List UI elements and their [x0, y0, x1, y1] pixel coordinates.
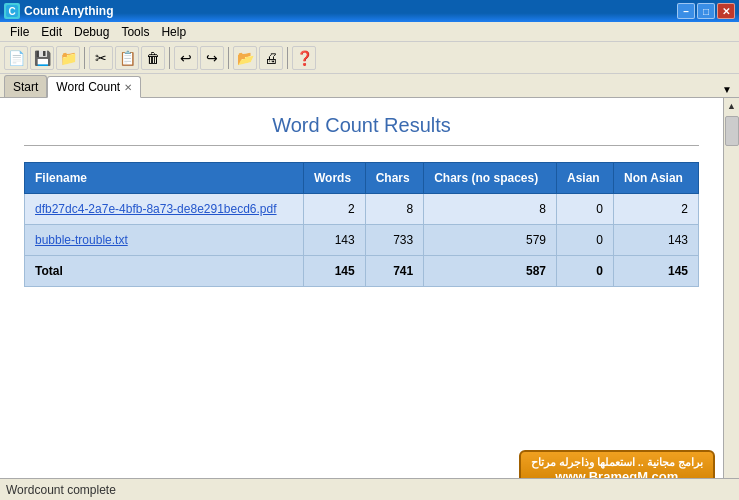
help-button[interactable]: ❓	[292, 46, 316, 70]
maximize-button[interactable]: □	[697, 3, 715, 19]
menu-item-debug[interactable]: Debug	[68, 23, 115, 41]
redo-button[interactable]: ↪	[200, 46, 224, 70]
print-button[interactable]: 🖨	[259, 46, 283, 70]
undo-button[interactable]: ↩	[174, 46, 198, 70]
branding-line1: برامج مجانية .. استعملها وذاجرله مرتاح	[531, 456, 703, 469]
col-words: Words	[303, 163, 365, 194]
table-header-row: Filename Words Chars Chars (no spaces) A…	[25, 163, 699, 194]
cell-non_asian: 2	[614, 194, 699, 225]
page-content: Word Count Results Filename Words Chars …	[0, 98, 723, 303]
tabs-bar: Start Word Count ✕ ▼	[0, 74, 739, 98]
tab-word-count[interactable]: Word Count ✕	[47, 76, 141, 98]
menu-item-file[interactable]: File	[4, 23, 35, 41]
svg-text:C: C	[8, 6, 15, 17]
tab-word-count-label: Word Count	[56, 80, 120, 94]
col-non-asian: Non Asian	[614, 163, 699, 194]
menu-item-tools[interactable]: Tools	[115, 23, 155, 41]
status-bar: Wordcount complete	[0, 478, 739, 500]
minimize-button[interactable]: –	[677, 3, 695, 19]
table-row: dfb27dc4-2a7e-4bfb-8a73-de8e291becd6.pdf…	[25, 194, 699, 225]
file-link[interactable]: bubble-trouble.txt	[35, 233, 128, 247]
cell-asian: 0	[557, 194, 614, 225]
col-asian: Asian	[557, 163, 614, 194]
tab-start[interactable]: Start	[4, 75, 47, 97]
separator-4	[287, 47, 288, 69]
app-title: Count Anything	[24, 4, 673, 18]
close-button[interactable]: ✕	[717, 3, 735, 19]
cut-button[interactable]: ✂	[89, 46, 113, 70]
toolbar: 📄 💾 📁 ✂ 📋 🗑 ↩ ↪ 📂 🖨 ❓	[0, 42, 739, 74]
total-chars_no_spaces: 587	[424, 256, 557, 287]
app-icon: C	[4, 3, 20, 19]
status-text: Wordcount complete	[6, 483, 116, 497]
separator-1	[84, 47, 85, 69]
total-non_asian: 145	[614, 256, 699, 287]
scrollbar[interactable]: ▲ ▼	[723, 98, 739, 500]
col-filename: Filename	[25, 163, 304, 194]
copy-button[interactable]: 📋	[115, 46, 139, 70]
cell-non_asian: 143	[614, 225, 699, 256]
scroll-thumb[interactable]	[725, 116, 739, 146]
file-link[interactable]: dfb27dc4-2a7e-4bfb-8a73-de8e291becd6.pdf	[35, 202, 277, 216]
menu-item-help[interactable]: Help	[155, 23, 192, 41]
menu-item-edit[interactable]: Edit	[35, 23, 68, 41]
col-chars-no-spaces: Chars (no spaces)	[424, 163, 557, 194]
cell-filename[interactable]: bubble-trouble.txt	[25, 225, 304, 256]
tabs-dropdown-icon[interactable]: ▼	[719, 81, 735, 97]
cell-filename[interactable]: dfb27dc4-2a7e-4bfb-8a73-de8e291becd6.pdf	[25, 194, 304, 225]
scroll-up-arrow[interactable]: ▲	[724, 98, 740, 114]
cell-words: 143	[303, 225, 365, 256]
title-bar: C Count Anything – □ ✕	[0, 0, 739, 22]
separator-3	[228, 47, 229, 69]
new-button[interactable]: 📄	[4, 46, 28, 70]
save-button[interactable]: 💾	[30, 46, 54, 70]
total-asian: 0	[557, 256, 614, 287]
results-table: Filename Words Chars Chars (no spaces) A…	[24, 162, 699, 287]
tab-start-label: Start	[13, 80, 38, 94]
open-file-button[interactable]: 📂	[233, 46, 257, 70]
delete-button[interactable]: 🗑	[141, 46, 165, 70]
menu-bar: FileEditDebugToolsHelp	[0, 22, 739, 42]
page-title: Word Count Results	[24, 114, 699, 146]
cell-asian: 0	[557, 225, 614, 256]
total-row: Total1457415870145	[25, 256, 699, 287]
cell-chars_no_spaces: 8	[424, 194, 557, 225]
content-area: ▲ ▼ Word Count Results Filename Words Ch…	[0, 98, 739, 500]
cell-chars: 8	[365, 194, 423, 225]
cell-words: 2	[303, 194, 365, 225]
table-row: bubble-trouble.txt1437335790143	[25, 225, 699, 256]
total-words: 145	[303, 256, 365, 287]
separator-2	[169, 47, 170, 69]
open-folder-button[interactable]: 📁	[56, 46, 80, 70]
total-chars: 741	[365, 256, 423, 287]
cell-chars: 733	[365, 225, 423, 256]
col-chars: Chars	[365, 163, 423, 194]
window-controls: – □ ✕	[677, 3, 735, 19]
cell-chars_no_spaces: 579	[424, 225, 557, 256]
total-label: Total	[25, 256, 304, 287]
tab-close-icon[interactable]: ✕	[124, 82, 132, 93]
